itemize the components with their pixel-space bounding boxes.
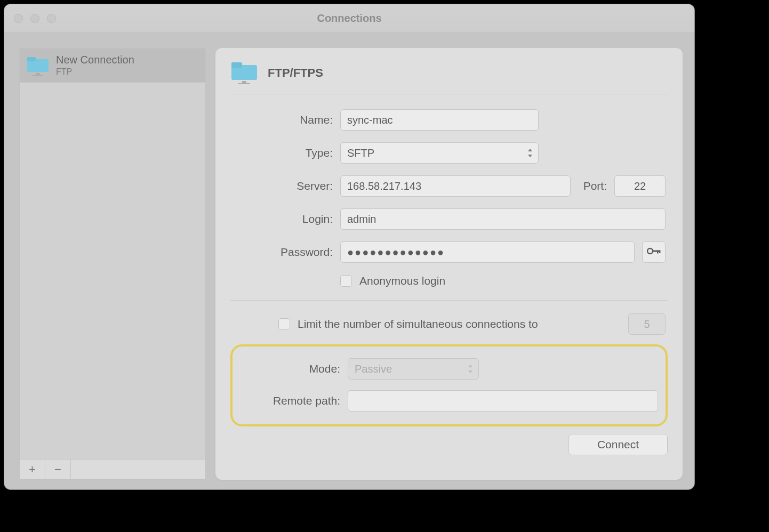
svg-rect-2 <box>36 73 40 75</box>
server-label: Server: <box>233 180 333 192</box>
add-connection-button[interactable]: + <box>20 460 45 479</box>
sidebar-item-subtitle: FTP <box>56 67 134 77</box>
sidebar-item-title: New Connection <box>56 54 134 66</box>
type-select[interactable]: SFTP <box>340 142 539 164</box>
connections-window: Connections <box>4 4 694 489</box>
divider <box>230 300 668 301</box>
login-input[interactable]: admin <box>340 208 666 230</box>
anonymous-login-checkbox[interactable] <box>340 275 352 287</box>
connections-sidebar: New Connection FTP + − <box>19 48 206 480</box>
port-input[interactable]: 22 <box>614 175 666 197</box>
limit-connections-label: Limit the number of simultaneous connect… <box>298 318 621 331</box>
svg-rect-11 <box>659 251 661 253</box>
mode-select[interactable]: Passive <box>348 358 479 380</box>
remote-path-input[interactable] <box>348 390 658 412</box>
sidebar-item-new-connection[interactable]: New Connection FTP <box>20 49 205 83</box>
connection-detail-panel: FTP/FTPS Name: sync-mac Type: SFTP <box>215 48 683 480</box>
svg-point-8 <box>647 248 653 254</box>
sidebar-footer: + − <box>20 459 205 479</box>
updown-arrows-icon <box>527 149 533 157</box>
connect-button[interactable]: Connect <box>568 434 668 455</box>
svg-rect-10 <box>657 251 659 254</box>
protocol-folder-icon <box>230 60 258 86</box>
highlighted-options-box: Mode: Passive Remote path: <box>230 344 668 426</box>
connection-folder-icon <box>26 55 50 76</box>
remote-path-label: Remote path: <box>240 394 340 407</box>
updown-arrows-icon <box>468 365 473 373</box>
server-input[interactable]: 168.58.217.143 <box>340 175 571 197</box>
anonymous-login-label: Anonymous login <box>359 275 445 287</box>
connections-list: New Connection FTP <box>20 49 205 459</box>
svg-rect-1 <box>27 57 36 61</box>
svg-rect-6 <box>242 81 246 83</box>
remove-connection-button[interactable]: − <box>45 460 71 479</box>
ssh-key-button[interactable] <box>642 241 666 263</box>
type-label: Type: <box>233 147 333 159</box>
name-input[interactable]: sync-mac <box>340 109 539 131</box>
limit-connections-value[interactable]: 5 <box>628 313 666 335</box>
svg-rect-7 <box>238 83 250 84</box>
window-title: Connections <box>4 12 694 25</box>
svg-rect-9 <box>652 251 660 252</box>
mode-label: Mode: <box>240 362 340 375</box>
type-select-value: SFTP <box>347 147 374 159</box>
svg-rect-3 <box>33 75 43 76</box>
password-label: Password: <box>233 246 333 259</box>
mode-select-value: Passive <box>355 363 392 375</box>
panel-title: FTP/FTPS <box>268 66 323 80</box>
port-label: Port: <box>583 180 607 192</box>
name-label: Name: <box>233 114 333 126</box>
titlebar: Connections <box>4 4 694 33</box>
svg-rect-5 <box>231 62 242 68</box>
password-input[interactable]: ●●●●●●●●●●●●● <box>340 241 635 263</box>
login-label: Login: <box>233 213 333 225</box>
key-icon <box>647 247 661 257</box>
limit-connections-checkbox[interactable] <box>278 318 290 330</box>
